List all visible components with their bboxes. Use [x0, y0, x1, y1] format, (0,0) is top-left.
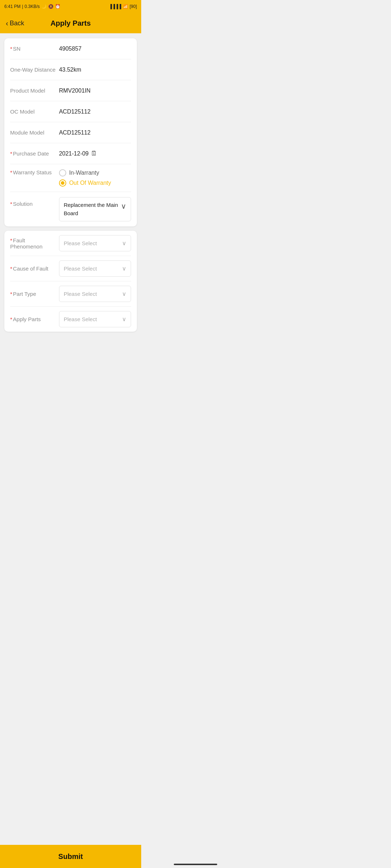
apply-parts-label: *Apply Parts: [10, 316, 56, 322]
time-display: 6:41 PM: [4, 4, 21, 9]
product-model-row: Product Model RMV2001IN: [10, 80, 131, 101]
module-model-value: ACD125112: [56, 129, 131, 136]
fault-phenomenon-placeholder: Please Select: [64, 240, 97, 246]
back-button[interactable]: ‹ Back: [6, 19, 24, 27]
module-model-row: Module Model ACD125112: [10, 122, 131, 143]
fault-phenomenon-row: *Fault Phenomenon Please Select ∨: [10, 231, 131, 256]
solution-chevron-icon: ∨: [121, 202, 126, 210]
in-warranty-option[interactable]: In-Warranty: [59, 169, 111, 176]
purchase-date-value[interactable]: 2021-12-09 🗓: [56, 150, 131, 157]
part-type-placeholder: Please Select: [64, 291, 97, 297]
solution-dropdown[interactable]: Replacement the Main Board ∨: [59, 197, 131, 221]
part-type-row: *Part Type Please Select ∨: [10, 281, 131, 307]
status-right: ▐▐▐▐ 📶 [90]: [109, 4, 137, 9]
solution-label: *Solution: [10, 197, 56, 207]
part-type-label: *Part Type: [10, 291, 56, 297]
cause-of-fault-label: *Cause of Fault: [10, 265, 56, 272]
fault-phenomenon-dropdown[interactable]: Please Select ∨: [59, 235, 131, 251]
warranty-options: In-Warranty Out Of Warranty: [56, 169, 111, 187]
oc-model-row: OC Model ACD125112: [10, 101, 131, 122]
calendar-icon: 🗓: [91, 150, 97, 157]
sn-row: *SN 4905857: [10, 38, 131, 59]
cause-of-fault-dropdown[interactable]: Please Select ∨: [59, 260, 131, 277]
back-label: Back: [10, 20, 24, 27]
fault-info-card: *Fault Phenomenon Please Select ∨ *Cause…: [4, 231, 137, 332]
cause-of-fault-placeholder: Please Select: [64, 265, 97, 272]
signal-icon: ▐▐▐▐: [109, 4, 121, 9]
part-type-dropdown[interactable]: Please Select ∨: [59, 286, 131, 302]
page-title: Apply Parts: [50, 19, 91, 27]
module-model-label: Module Model: [10, 129, 56, 136]
out-of-warranty-label: Out Of Warranty: [69, 180, 111, 186]
apply-parts-placeholder: Please Select: [64, 316, 97, 322]
product-model-value: RMV2001IN: [56, 88, 131, 94]
out-of-warranty-option[interactable]: Out Of Warranty: [59, 179, 111, 187]
alarm-icon: ⏰: [55, 4, 60, 9]
moon-icon: 🌙: [41, 4, 47, 9]
distance-row: One-Way Distance 43.52km: [10, 59, 131, 80]
mute-icon: 🔕: [48, 4, 54, 9]
back-arrow-icon: ‹: [6, 19, 8, 27]
top-nav: ‹ Back Apply Parts: [0, 13, 141, 33]
part-type-chevron-icon: ∨: [122, 290, 126, 297]
wifi-icon: 📶: [123, 4, 128, 9]
distance-value: 43.52km: [56, 67, 131, 73]
warranty-status-label: *Warranty Status: [10, 169, 56, 175]
oc-model-label: OC Model: [10, 109, 56, 115]
solution-row: *Solution Replacement the Main Board ∨: [10, 192, 131, 226]
sn-value: 4905857: [56, 46, 131, 52]
cause-of-fault-chevron-icon: ∨: [122, 265, 126, 272]
in-warranty-label: In-Warranty: [69, 170, 99, 176]
apply-parts-row: *Apply Parts Please Select ∨: [10, 307, 131, 332]
product-model-label: Product Model: [10, 88, 56, 94]
main-content: *SN 4905857 One-Way Distance 43.52km Pro…: [0, 33, 141, 361]
device-info-card: *SN 4905857 One-Way Distance 43.52km Pro…: [4, 38, 137, 226]
data-speed: 0.3KB/s: [25, 4, 40, 9]
fault-phenomenon-label: *Fault Phenomenon: [10, 237, 56, 250]
cause-of-fault-row: *Cause of Fault Please Select ∨: [10, 256, 131, 281]
purchase-date-label: *Purchase Date: [10, 150, 56, 157]
in-warranty-radio[interactable]: [59, 169, 66, 176]
separator: |: [22, 4, 23, 9]
status-left: 6:41 PM | 0.3KB/s 🌙 🔕 ⏰: [4, 4, 60, 9]
distance-label: One-Way Distance: [10, 67, 56, 73]
solution-value: Replacement the Main Board: [64, 201, 118, 217]
battery-display: [90]: [130, 4, 137, 9]
purchase-date-row: *Purchase Date 2021-12-09 🗓: [10, 143, 131, 164]
sn-label: *SN: [10, 46, 56, 52]
apply-parts-chevron-icon: ∨: [122, 316, 126, 323]
status-bar: 6:41 PM | 0.3KB/s 🌙 🔕 ⏰ ▐▐▐▐ 📶 [90]: [0, 0, 141, 13]
out-of-warranty-radio[interactable]: [59, 179, 66, 187]
fault-phenomenon-chevron-icon: ∨: [122, 240, 126, 247]
warranty-status-row: *Warranty Status In-Warranty Out Of Warr…: [10, 164, 131, 192]
apply-parts-dropdown[interactable]: Please Select ∨: [59, 311, 131, 327]
oc-model-value: ACD125112: [56, 109, 131, 115]
